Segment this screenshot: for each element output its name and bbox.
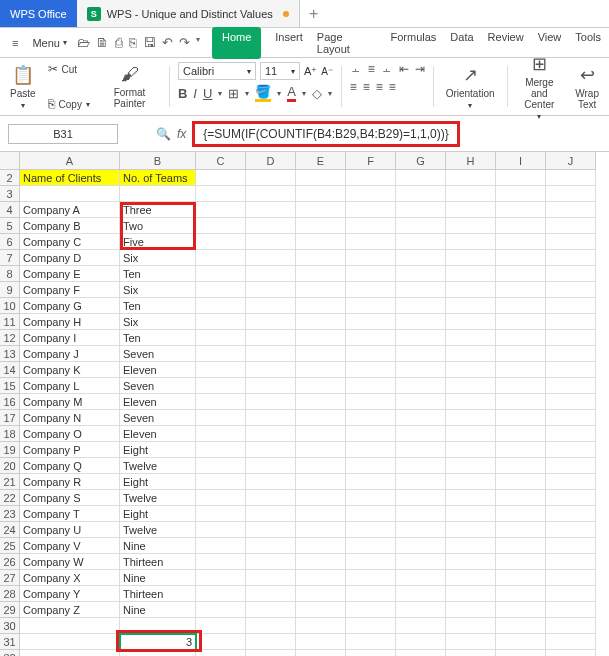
align-middle-icon[interactable]: ≡ — [368, 62, 375, 76]
row-header[interactable]: 2 — [0, 170, 20, 186]
cell[interactable] — [296, 362, 346, 378]
cell[interactable]: Company Z — [20, 602, 120, 618]
align-center-icon[interactable]: ≡ — [363, 80, 370, 94]
cell[interactable] — [296, 346, 346, 362]
cell[interactable] — [346, 586, 396, 602]
cell[interactable] — [496, 490, 546, 506]
cell[interactable] — [546, 458, 596, 474]
cell[interactable] — [546, 538, 596, 554]
paste-button[interactable]: 📋Paste▾ — [6, 62, 40, 111]
cell[interactable] — [196, 458, 246, 474]
cell[interactable] — [346, 538, 396, 554]
row-header[interactable]: 29 — [0, 602, 20, 618]
cell[interactable] — [196, 490, 246, 506]
row-header[interactable]: 11 — [0, 314, 20, 330]
column-header[interactable]: A — [20, 152, 120, 170]
cell[interactable] — [246, 522, 296, 538]
cell[interactable] — [196, 522, 246, 538]
cell[interactable] — [296, 554, 346, 570]
cell[interactable]: Thirteen — [120, 554, 196, 570]
column-header[interactable]: D — [246, 152, 296, 170]
cell[interactable]: Seven — [120, 346, 196, 362]
cell[interactable]: Company B — [20, 218, 120, 234]
wrap-text-button[interactable]: ↩Wrap Text — [571, 62, 603, 111]
cell[interactable]: Ten — [120, 298, 196, 314]
cell[interactable] — [496, 474, 546, 490]
qat-open-icon[interactable]: 🗁 — [77, 35, 90, 50]
cell[interactable] — [546, 634, 596, 650]
cell[interactable] — [446, 346, 496, 362]
cell[interactable] — [296, 410, 346, 426]
cell[interactable] — [296, 218, 346, 234]
cell[interactable] — [396, 650, 446, 656]
new-tab-button[interactable]: + — [300, 0, 328, 27]
cell[interactable] — [446, 490, 496, 506]
cell[interactable] — [546, 522, 596, 538]
cell[interactable] — [396, 618, 446, 634]
cell[interactable] — [196, 298, 246, 314]
cell[interactable] — [246, 250, 296, 266]
font-color-button[interactable]: A — [287, 84, 296, 102]
cell[interactable] — [120, 618, 196, 634]
cell[interactable] — [546, 378, 596, 394]
cell[interactable] — [446, 362, 496, 378]
cell[interactable] — [296, 442, 346, 458]
cell[interactable] — [446, 330, 496, 346]
cell[interactable] — [346, 602, 396, 618]
cell[interactable] — [546, 586, 596, 602]
cell[interactable] — [446, 458, 496, 474]
hamburger-icon[interactable]: ≡ — [8, 34, 22, 52]
cell[interactable] — [196, 314, 246, 330]
cell[interactable] — [546, 554, 596, 570]
cell[interactable] — [246, 554, 296, 570]
cell[interactable] — [496, 538, 546, 554]
cell[interactable] — [20, 186, 120, 202]
cell[interactable] — [246, 570, 296, 586]
cell[interactable] — [496, 250, 546, 266]
cell[interactable] — [546, 426, 596, 442]
cell[interactable] — [20, 650, 120, 656]
cell[interactable] — [546, 506, 596, 522]
cell[interactable] — [496, 234, 546, 250]
row-header[interactable]: 31 — [0, 634, 20, 650]
cell[interactable] — [496, 442, 546, 458]
cell[interactable] — [196, 186, 246, 202]
cell[interactable] — [246, 170, 296, 186]
cell[interactable] — [20, 634, 120, 650]
cell[interactable] — [246, 426, 296, 442]
cell[interactable] — [446, 170, 496, 186]
cell[interactable] — [546, 170, 596, 186]
cell[interactable] — [446, 522, 496, 538]
fill-color-button[interactable]: 🪣 — [255, 84, 271, 102]
italic-button[interactable]: I — [193, 86, 197, 101]
cell[interactable]: Seven — [120, 378, 196, 394]
row-header[interactable]: 28 — [0, 586, 20, 602]
cell[interactable] — [446, 538, 496, 554]
cell[interactable] — [246, 218, 296, 234]
cell[interactable] — [446, 314, 496, 330]
row-header[interactable]: 13 — [0, 346, 20, 362]
column-header[interactable]: J — [546, 152, 596, 170]
cell[interactable] — [396, 346, 446, 362]
cell[interactable] — [246, 506, 296, 522]
format-painter-button[interactable]: 🖌Format Painter — [98, 62, 161, 111]
decrease-font-icon[interactable]: A⁻ — [321, 66, 333, 77]
row-header[interactable]: 5 — [0, 218, 20, 234]
cell[interactable] — [446, 186, 496, 202]
fx-icon[interactable]: fx — [177, 127, 186, 141]
cell[interactable] — [246, 298, 296, 314]
row-header[interactable]: 19 — [0, 442, 20, 458]
cell[interactable] — [196, 618, 246, 634]
row-header[interactable]: 30 — [0, 618, 20, 634]
cell[interactable] — [546, 602, 596, 618]
cell[interactable]: Thirteen — [120, 586, 196, 602]
cell[interactable] — [396, 394, 446, 410]
cell[interactable] — [246, 202, 296, 218]
cell[interactable] — [296, 538, 346, 554]
cell[interactable] — [396, 538, 446, 554]
cell[interactable]: Company M — [20, 394, 120, 410]
cell[interactable] — [346, 410, 396, 426]
cell[interactable] — [396, 266, 446, 282]
cell[interactable]: Name of Clients — [20, 170, 120, 186]
row-header[interactable]: 22 — [0, 490, 20, 506]
